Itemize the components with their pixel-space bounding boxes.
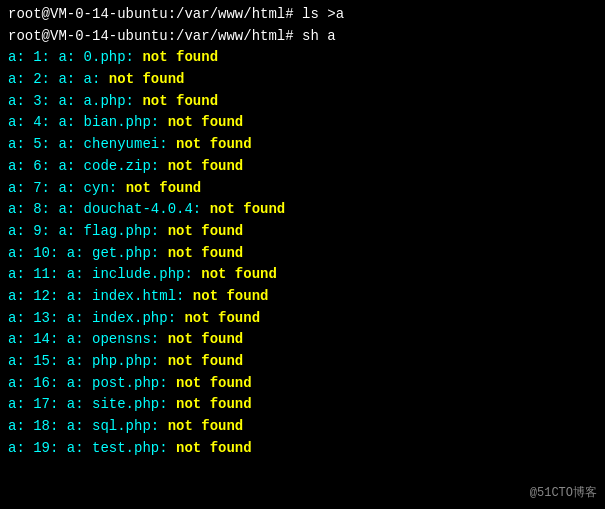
line-prefix: a: 3: a: a.php:	[8, 93, 142, 109]
not-found-text: not found	[126, 180, 202, 196]
output-line: a: 18: a: sql.php: not found	[8, 416, 597, 438]
line-prefix: a: 11: a: include.php:	[8, 266, 201, 282]
line-prefix: a: 12: a: index.html:	[8, 288, 193, 304]
watermark: @51CTO博客	[530, 484, 597, 501]
output-line: a: 15: a: php.php: not found	[8, 351, 597, 373]
line-prefix: a: 16: a: post.php:	[8, 375, 176, 391]
output-line: a: 5: a: chenyumei: not found	[8, 134, 597, 156]
not-found-text: not found	[176, 396, 252, 412]
prompt-line-2: root@VM-0-14-ubuntu:/var/www/html# sh a	[8, 26, 597, 48]
not-found-text: not found	[168, 418, 244, 434]
line-prefix: a: 1: a: 0.php:	[8, 49, 142, 65]
output-line: a: 1: a: 0.php: not found	[8, 47, 597, 69]
output-line: a: 9: a: flag.php: not found	[8, 221, 597, 243]
not-found-text: not found	[176, 136, 252, 152]
output-line: a: 2: a: a: not found	[8, 69, 597, 91]
output-line: a: 19: a: test.php: not found	[8, 438, 597, 460]
line-prefix: a: 13: a: index.php:	[8, 310, 184, 326]
not-found-text: not found	[168, 331, 244, 347]
not-found-text: not found	[176, 440, 252, 456]
output-lines: a: 1: a: 0.php: not founda: 2: a: a: not…	[8, 47, 597, 459]
output-line: a: 7: a: cyn: not found	[8, 178, 597, 200]
output-line: a: 4: a: bian.php: not found	[8, 112, 597, 134]
line-prefix: a: 5: a: chenyumei:	[8, 136, 176, 152]
not-found-text: not found	[184, 310, 260, 326]
output-line: a: 8: a: douchat-4.0.4: not found	[8, 199, 597, 221]
line-prefix: a: 17: a: site.php:	[8, 396, 176, 412]
output-line: a: 11: a: include.php: not found	[8, 264, 597, 286]
output-line: a: 12: a: index.html: not found	[8, 286, 597, 308]
line-prefix: a: 14: a: opensns:	[8, 331, 168, 347]
not-found-text: not found	[176, 375, 252, 391]
output-line: a: 14: a: opensns: not found	[8, 329, 597, 351]
line-prefix: a: 2: a: a:	[8, 71, 109, 87]
prompt-line-1: root@VM-0-14-ubuntu:/var/www/html# ls >a	[8, 4, 597, 26]
line-prefix: a: 19: a: test.php:	[8, 440, 176, 456]
not-found-text: not found	[142, 93, 218, 109]
not-found-text: not found	[193, 288, 269, 304]
not-found-text: not found	[210, 201, 286, 217]
line-prefix: a: 6: a: code.zip:	[8, 158, 168, 174]
output-line: a: 17: a: site.php: not found	[8, 394, 597, 416]
output-line: a: 3: a: a.php: not found	[8, 91, 597, 113]
not-found-text: not found	[109, 71, 185, 87]
line-prefix: a: 8: a: douchat-4.0.4:	[8, 201, 210, 217]
not-found-text: not found	[142, 49, 218, 65]
terminal: root@VM-0-14-ubuntu:/var/www/html# ls >a…	[0, 0, 605, 509]
not-found-text: not found	[168, 245, 244, 261]
prompt-text-1: root@VM-0-14-ubuntu:/var/www/html# ls >a	[8, 6, 344, 22]
output-line: a: 13: a: index.php: not found	[8, 308, 597, 330]
not-found-text: not found	[168, 223, 244, 239]
not-found-text: not found	[168, 158, 244, 174]
line-prefix: a: 7: a: cyn:	[8, 180, 126, 196]
output-line: a: 10: a: get.php: not found	[8, 243, 597, 265]
line-prefix: a: 10: a: get.php:	[8, 245, 168, 261]
not-found-text: not found	[201, 266, 277, 282]
prompt-text-2: root@VM-0-14-ubuntu:/var/www/html# sh a	[8, 28, 336, 44]
output-line: a: 6: a: code.zip: not found	[8, 156, 597, 178]
not-found-text: not found	[168, 114, 244, 130]
line-prefix: a: 4: a: bian.php:	[8, 114, 168, 130]
line-prefix: a: 15: a: php.php:	[8, 353, 168, 369]
line-prefix: a: 18: a: sql.php:	[8, 418, 168, 434]
not-found-text: not found	[168, 353, 244, 369]
line-prefix: a: 9: a: flag.php:	[8, 223, 168, 239]
output-line: a: 16: a: post.php: not found	[8, 373, 597, 395]
